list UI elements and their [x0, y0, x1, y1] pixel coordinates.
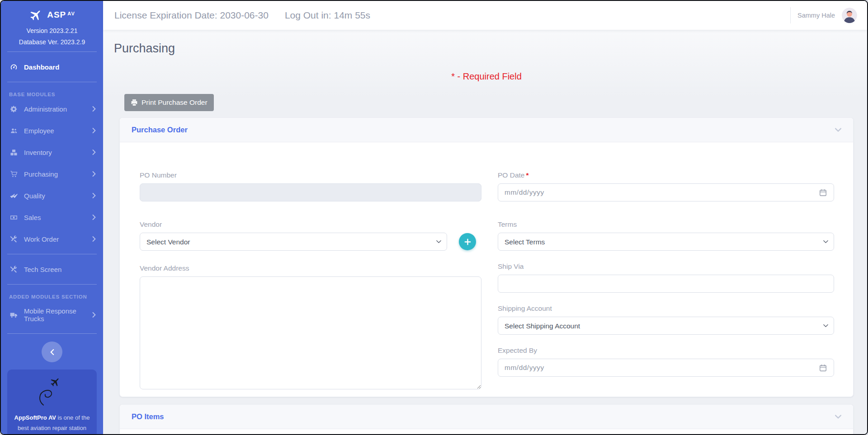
chevron-right-icon — [92, 236, 96, 242]
users-icon — [9, 126, 18, 135]
speedometer-icon — [9, 63, 18, 71]
db-version: Database Ver. 2023.2.9 — [1, 37, 103, 48]
vendor-address-textarea[interactable] — [140, 276, 481, 389]
vendor-field-group: Vendor Select Vendor — [140, 220, 481, 251]
divider — [7, 51, 97, 52]
brand-logo[interactable]: ASPAV — [1, 1, 103, 22]
chevron-right-icon — [92, 215, 96, 220]
sidebar-item-label: Quality — [24, 192, 45, 200]
sidebar-footer-card: AppSoftPro AV is one of the best aviatio… — [7, 370, 97, 434]
vendor-address-label: Vendor Address — [140, 264, 481, 272]
po-items-card-header[interactable]: PO Items — [120, 405, 853, 429]
avatar — [842, 8, 857, 23]
sidebar-item-administration[interactable]: Administration — [1, 99, 103, 118]
terms-label: Terms — [498, 220, 834, 229]
boxes-icon — [9, 148, 18, 156]
airplane-logo-icon — [29, 8, 42, 22]
divider — [7, 254, 97, 254]
user-name: Sammy Hale — [797, 12, 835, 19]
chevron-down-icon[interactable] — [835, 128, 841, 132]
truck-icon — [9, 311, 18, 319]
app-version: Version 2023.2.21 — [1, 25, 103, 37]
expected-by-label: Expected By — [498, 346, 834, 355]
chevron-right-icon — [92, 106, 96, 112]
sidebar-item-mobile-response-trucks[interactable]: Mobile Response Trucks — [1, 302, 103, 328]
app-window: ASPAV Version 2023.2.21 Database Ver. 20… — [0, 0, 868, 435]
expected-by-input[interactable]: mm/dd/yyyy — [498, 359, 834, 377]
card-title: PO Items — [132, 412, 164, 421]
top-bar: License Expiration Date: 2030-06-30 Log … — [103, 1, 867, 30]
required-asterisk: * — [526, 171, 528, 179]
divider — [7, 82, 97, 82]
content-area: Purchasing * - Required Field Print Purc… — [103, 30, 867, 434]
version-info: Version 2023.2.21 Database Ver. 2023.2.9 — [1, 25, 103, 47]
print-purchase-order-button[interactable]: Print Purchase Order — [124, 94, 214, 111]
chevron-right-icon — [92, 150, 96, 155]
po-number-input — [140, 183, 481, 201]
ship-via-field-group: Ship Via — [498, 262, 834, 293]
vendor-label: Vendor — [140, 220, 481, 229]
calendar-icon[interactable] — [819, 364, 827, 372]
vendor-address-field-group: Vendor Address — [140, 264, 481, 389]
airplane-doodle-icon — [37, 378, 67, 407]
terms-select[interactable]: Select Terms — [498, 233, 834, 251]
sidebar: ASPAV Version 2023.2.21 Database Ver. 20… — [1, 1, 103, 434]
purchase-order-card: Purchase Order PO Number Vendor — [119, 117, 854, 397]
user-menu[interactable]: Sammy Hale — [790, 7, 857, 23]
po-number-field-group: PO Number — [140, 171, 481, 201]
po-number-label: PO Number — [140, 171, 481, 179]
section-title-added-modules: ADDED MODULES SECTION — [1, 289, 103, 300]
calendar-icon[interactable] — [819, 188, 827, 197]
chevron-right-icon — [92, 193, 96, 198]
sidebar-collapse-button[interactable] — [42, 341, 62, 362]
chevron-right-icon — [92, 171, 96, 177]
ship-via-label: Ship Via — [498, 262, 834, 271]
plus-icon — [464, 238, 472, 246]
chevron-down-icon[interactable] — [835, 415, 841, 419]
purchase-order-card-header[interactable]: Purchase Order — [120, 118, 853, 142]
ship-via-input[interactable] — [498, 275, 834, 293]
sidebar-item-quality[interactable]: Quality — [1, 186, 103, 205]
vendor-select[interactable]: Select Vendor — [140, 233, 447, 251]
tools-icon — [9, 265, 18, 273]
section-title-base-modules: BASE MODULES — [1, 86, 103, 98]
po-items-card: PO Items — [119, 404, 854, 434]
sidebar-item-label: Inventory — [24, 149, 52, 156]
sidebar-item-dashboard[interactable]: Dashboard — [1, 57, 103, 76]
sidebar-item-tech-screen[interactable]: Tech Screen — [1, 260, 103, 279]
chevron-left-icon — [50, 349, 54, 355]
po-date-input[interactable]: mm/dd/yyyy — [498, 183, 834, 201]
sidebar-item-employee[interactable]: Employee — [1, 121, 103, 140]
shipping-account-label: Shipping Account — [498, 304, 834, 313]
divider — [790, 7, 791, 23]
printer-icon — [131, 99, 138, 106]
card-title: Purchase Order — [132, 126, 188, 134]
sidebar-item-work-order[interactable]: Work Order — [1, 229, 103, 248]
po-date-label: PO Date* — [498, 171, 834, 179]
sidebar-item-label: Mobile Response Trucks — [24, 307, 86, 323]
sidebar-item-label: Administration — [24, 105, 67, 113]
sidebar-item-label: Dashboard — [24, 63, 59, 71]
double-check-icon — [9, 192, 18, 200]
cart-icon — [9, 170, 18, 178]
shipping-account-select[interactable]: Select Shipping Account — [498, 317, 834, 335]
sidebar-item-sales[interactable]: Sales — [1, 208, 103, 227]
sidebar-item-label: Sales — [24, 214, 41, 221]
main-area: License Expiration Date: 2030-06-30 Log … — [103, 1, 867, 434]
po-date-field-group: PO Date* mm/dd/yyyy — [498, 171, 834, 201]
sidebar-item-inventory[interactable]: Inventory — [1, 143, 103, 162]
divider — [7, 333, 97, 334]
purchase-order-form: PO Number Vendor Select Vendor — [120, 142, 853, 397]
sidebar-item-purchasing[interactable]: Purchasing — [1, 164, 103, 183]
terms-field-group: Terms Select Terms — [498, 220, 834, 251]
sidebar-item-label: Purchasing — [24, 170, 58, 178]
divider — [7, 284, 97, 285]
sidebar-item-label: Employee — [24, 127, 54, 135]
footer-blurb: AppSoftPro AV is one of the best aviatio… — [13, 413, 91, 434]
money-icon — [9, 213, 18, 221]
logout-countdown-text: Log Out in: 14m 55s — [285, 10, 370, 21]
page-title: Purchasing — [114, 42, 854, 56]
shipping-account-field-group: Shipping Account Select Shipping Account — [498, 304, 834, 335]
expected-by-field-group: Expected By mm/dd/yyyy — [498, 346, 834, 377]
add-vendor-button[interactable] — [459, 233, 476, 250]
